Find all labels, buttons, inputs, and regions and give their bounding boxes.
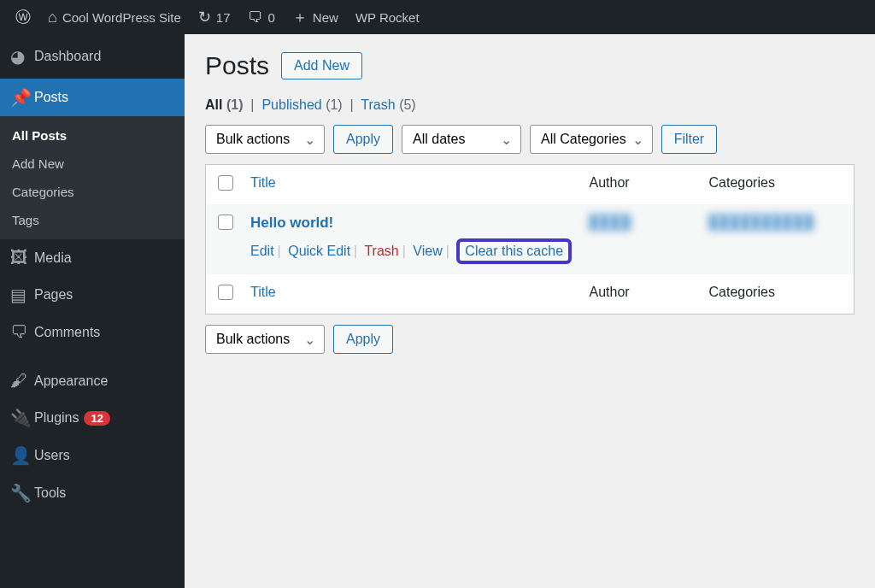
apply-button-bottom[interactable]: Apply: [333, 325, 393, 354]
submenu-categories[interactable]: Categories: [0, 178, 185, 206]
filter-trash[interactable]: Trash (5): [361, 97, 415, 112]
updates-count: 17: [216, 10, 231, 25]
media-icon: 🖾: [10, 248, 34, 268]
pin-icon: 📌: [10, 87, 34, 108]
update-icon: ↻: [198, 8, 211, 26]
admin-sidebar: ◕Dashboard 📌Posts All Posts Add New Cate…: [0, 34, 185, 588]
user-icon: 👤: [10, 445, 34, 466]
col-categories[interactable]: Categories: [701, 165, 854, 205]
wrench-icon: 🔧: [10, 483, 34, 503]
menu-plugins[interactable]: 🔌Plugins12: [0, 399, 185, 437]
action-clear-cache[interactable]: Clear this cache: [465, 244, 563, 258]
menu-separator: [0, 350, 185, 362]
new-label: New: [313, 10, 338, 25]
post-status-filters: All (1) | Published (1) | Trash (5): [205, 97, 854, 113]
chevron-down-icon: ⌄: [304, 132, 315, 148]
action-view[interactable]: View: [413, 244, 442, 258]
add-new-button[interactable]: Add New: [281, 52, 362, 79]
col-author-foot[interactable]: Author: [581, 274, 701, 315]
menu-pages[interactable]: ▤Pages: [0, 276, 185, 314]
comments-count: 0: [268, 10, 275, 25]
menu-dashboard[interactable]: ◕Dashboard: [0, 34, 185, 79]
page-header: Posts Add New: [205, 51, 854, 80]
site-link[interactable]: ⌂Cool WordPress Site: [39, 0, 190, 34]
submenu-all-posts[interactable]: All Posts: [0, 121, 185, 150]
wprocket-label: WP Rocket: [355, 10, 420, 25]
chevron-down-icon: ⌄: [501, 132, 512, 148]
home-icon: ⌂: [48, 9, 57, 26]
submenu-add-new[interactable]: Add New: [0, 150, 185, 178]
action-quick-edit[interactable]: Quick Edit: [288, 244, 350, 258]
admin-bar: ⓦ ⌂Cool WordPress Site ↻17 🗨0 ＋New WP Ro…: [0, 0, 875, 34]
row-checkbox[interactable]: [218, 215, 233, 230]
categories-select[interactable]: All Categories⌄: [530, 125, 653, 154]
categories-blurred: ██████████: [709, 215, 814, 229]
clear-cache-highlight: Clear this cache: [456, 238, 572, 264]
comment-icon: 🗨: [10, 322, 34, 342]
wordpress-icon: ⓦ: [15, 7, 31, 27]
table-row: Hello world! Edit| Quick Edit| Trash| Vi…: [206, 204, 854, 274]
menu-appearance[interactable]: 🖌Appearance: [0, 362, 185, 399]
wp-logo[interactable]: ⓦ: [7, 0, 39, 34]
site-name: Cool WordPress Site: [62, 10, 181, 25]
row-actions: Edit| Quick Edit| Trash| View| Clear thi…: [250, 238, 573, 264]
tablenav-bottom: Bulk actions⌄ Apply: [205, 325, 854, 354]
brush-icon: 🖌: [10, 371, 34, 391]
comments-link[interactable]: 🗨0: [239, 0, 284, 34]
plus-icon: ＋: [292, 7, 308, 27]
plug-icon: 🔌: [10, 408, 34, 428]
chevron-down-icon: ⌄: [304, 332, 315, 348]
menu-users[interactable]: 👤Users: [0, 437, 185, 474]
plugins-badge: 12: [84, 411, 109, 426]
select-all-checkbox-foot[interactable]: [218, 285, 233, 300]
comment-icon: 🗨: [248, 9, 263, 26]
page-icon: ▤: [10, 285, 34, 305]
tablenav-top: Bulk actions⌄ Apply All dates⌄ All Categ…: [205, 125, 854, 154]
col-title[interactable]: Title: [242, 165, 581, 205]
updates-link[interactable]: ↻17: [190, 0, 239, 34]
page-title: Posts: [205, 51, 269, 80]
bulk-actions-select[interactable]: Bulk actions⌄: [205, 125, 325, 154]
dashboard-icon: ◕: [10, 46, 34, 67]
filter-published[interactable]: Published (1): [261, 97, 342, 112]
col-author[interactable]: Author: [581, 165, 701, 205]
dates-select[interactable]: All dates⌄: [402, 125, 521, 154]
action-trash[interactable]: Trash: [364, 244, 398, 258]
col-title-foot[interactable]: Title: [242, 274, 581, 315]
apply-button-top[interactable]: Apply: [333, 125, 393, 154]
wprocket-link[interactable]: WP Rocket: [347, 0, 428, 34]
content-area: Posts Add New All (1) | Published (1) | …: [185, 34, 875, 588]
select-all-checkbox[interactable]: [218, 175, 233, 191]
filter-button[interactable]: Filter: [661, 125, 718, 154]
author-blurred: ████: [590, 215, 631, 229]
menu-posts[interactable]: 📌Posts: [0, 79, 185, 116]
col-categories-foot[interactable]: Categories: [701, 274, 854, 315]
chevron-down-icon: ⌄: [632, 132, 643, 148]
new-link[interactable]: ＋New: [284, 0, 347, 34]
action-edit[interactable]: Edit: [250, 244, 274, 258]
posts-table: Title Author Categories Hello world! Edi…: [205, 164, 854, 315]
post-title-link[interactable]: Hello world!: [250, 215, 333, 231]
bulk-actions-select-bottom[interactable]: Bulk actions⌄: [205, 325, 325, 354]
menu-tools[interactable]: 🔧Tools: [0, 474, 185, 512]
submenu-tags[interactable]: Tags: [0, 206, 185, 234]
menu-comments[interactable]: 🗨Comments: [0, 314, 185, 350]
filter-all[interactable]: All (1): [205, 97, 243, 112]
posts-submenu: All Posts Add New Categories Tags: [0, 116, 185, 239]
menu-media[interactable]: 🖾Media: [0, 239, 185, 276]
